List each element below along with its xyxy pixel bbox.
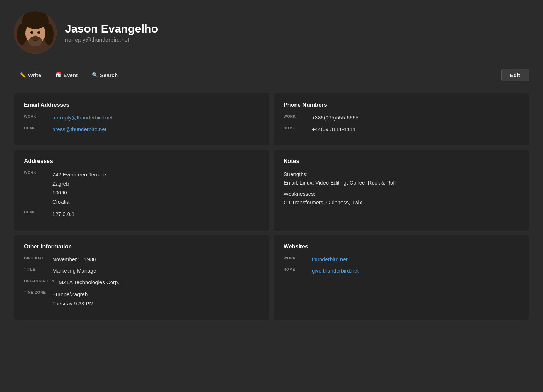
website-home-label: HOME: [284, 267, 308, 271]
notes-weaknesses-value: G1 Transformers, Guinness, Twix: [284, 199, 362, 205]
svg-point-10: [31, 36, 40, 40]
timezone-label: TIME ZONE: [24, 290, 48, 294]
search-label: Search: [100, 72, 118, 78]
cards-grid: Email Addresses WORK no-reply@thunderbir…: [0, 93, 543, 334]
email-work-value[interactable]: no-reply@thunderbird.net: [52, 114, 112, 122]
addresses-title: Addresses: [24, 158, 259, 164]
svg-point-2: [17, 24, 27, 45]
email-work-row: WORK no-reply@thunderbird.net: [24, 114, 259, 122]
phone-numbers-title: Phone Numbers: [284, 102, 519, 108]
email-home-row: HOME press@thunderbird.net: [24, 125, 259, 134]
organization-label: ORGANIZATION: [24, 279, 54, 283]
toolbar-actions: ✏️ Write 📅 Event 🔍 Search: [14, 69, 501, 81]
address-work-row: WORK 742 Evergreen TerraceZagreb10090Cro…: [24, 170, 259, 206]
svg-point-5: [25, 18, 45, 29]
notes-weaknesses-label: Weaknesses:: [284, 191, 315, 197]
phone-home-row: HOME +44(095)111-1111: [284, 125, 519, 134]
notes-strengths-label: Strengths:: [284, 171, 308, 177]
notes-title: Notes: [284, 158, 519, 164]
write-icon: ✏️: [20, 72, 26, 78]
event-icon: 📅: [55, 72, 61, 78]
website-home-row: HOME give.thunderbird.net: [284, 267, 519, 275]
svg-point-12: [40, 33, 45, 37]
phone-numbers-card: Phone Numbers WORK +385(095)555-5555 HOM…: [274, 93, 529, 145]
timezone-value: Europe/ZagrebTuesday 9:33 PM: [52, 290, 94, 308]
svg-point-11: [25, 33, 31, 37]
phone-work-value: +385(095)555-5555: [312, 114, 358, 122]
contact-name: Jason Evangelho: [65, 22, 158, 35]
address-work-label: WORK: [24, 170, 48, 175]
contact-primary-email: no-reply@thunderbird.net: [65, 37, 158, 43]
email-addresses-title: Email Addresses: [24, 102, 259, 108]
addresses-card: Addresses WORK 742 Evergreen TerraceZagr…: [14, 150, 269, 231]
phone-work-row: WORK +385(095)555-5555: [284, 114, 519, 122]
address-home-row: HOME 127.0.0.1: [24, 210, 259, 219]
avatar: [14, 11, 57, 54]
birthday-value: November 1, 1980: [52, 256, 96, 264]
address-work-value: 742 Evergreen TerraceZagreb10090Croatia: [52, 170, 106, 206]
address-home-label: HOME: [24, 210, 48, 214]
website-work-value[interactable]: thunderbird.net: [312, 256, 348, 264]
contact-info: Jason Evangelho no-reply@thunderbird.net: [65, 22, 158, 43]
birthday-row: BIRTHDAY November 1, 1980: [24, 256, 259, 264]
write-label: Write: [28, 72, 41, 78]
notes-strengths-value: Email, Linux, Video Editing, Coffee, Roc…: [284, 180, 396, 186]
address-home-value: 127.0.0.1: [52, 210, 75, 219]
avatar-image: [14, 11, 57, 54]
write-button[interactable]: ✏️ Write: [14, 69, 47, 81]
toolbar: ✏️ Write 📅 Event 🔍 Search Edit: [0, 64, 543, 86]
other-info-card: Other Information BIRTHDAY November 1, 1…: [14, 235, 269, 320]
email-addresses-card: Email Addresses WORK no-reply@thunderbir…: [14, 93, 269, 145]
email-home-label: HOME: [24, 125, 48, 130]
website-work-label: WORK: [284, 256, 308, 260]
birthday-label: BIRTHDAY: [24, 256, 48, 260]
website-home-value[interactable]: give.thunderbird.net: [312, 267, 359, 275]
search-icon: 🔍: [92, 72, 98, 78]
contact-header: Jason Evangelho no-reply@thunderbird.net: [0, 0, 543, 64]
title-value: Marketing Manager: [52, 267, 98, 275]
title-row: TITLE Marketing Manager: [24, 267, 259, 275]
websites-title: Websites: [284, 244, 519, 250]
event-button[interactable]: 📅 Event: [49, 69, 83, 81]
svg-point-7: [37, 31, 40, 34]
svg-point-3: [44, 24, 54, 45]
email-work-label: WORK: [24, 114, 48, 118]
email-home-value[interactable]: press@thunderbird.net: [52, 125, 106, 134]
website-work-row: WORK thunderbird.net: [284, 256, 519, 264]
edit-button[interactable]: Edit: [501, 69, 529, 81]
websites-card: Websites WORK thunderbird.net HOME give.…: [274, 235, 529, 320]
phone-home-value: +44(095)111-1111: [312, 125, 356, 134]
phone-home-label: HOME: [284, 125, 308, 130]
organization-row: ORGANIZATION MZLA Technologies Corp.: [24, 279, 259, 287]
notes-content: Strengths: Email, Linux, Video Editing, …: [284, 170, 519, 207]
search-button[interactable]: 🔍 Search: [86, 69, 123, 81]
event-label: Event: [63, 72, 78, 78]
phone-work-label: WORK: [284, 114, 308, 118]
title-label: TITLE: [24, 267, 48, 271]
notes-card: Notes Strengths: Email, Linux, Video Edi…: [274, 150, 529, 231]
other-info-title: Other Information: [24, 244, 259, 250]
timezone-row: TIME ZONE Europe/ZagrebTuesday 9:33 PM: [24, 290, 259, 308]
organization-value: MZLA Technologies Corp.: [59, 279, 119, 287]
svg-point-6: [30, 31, 33, 34]
